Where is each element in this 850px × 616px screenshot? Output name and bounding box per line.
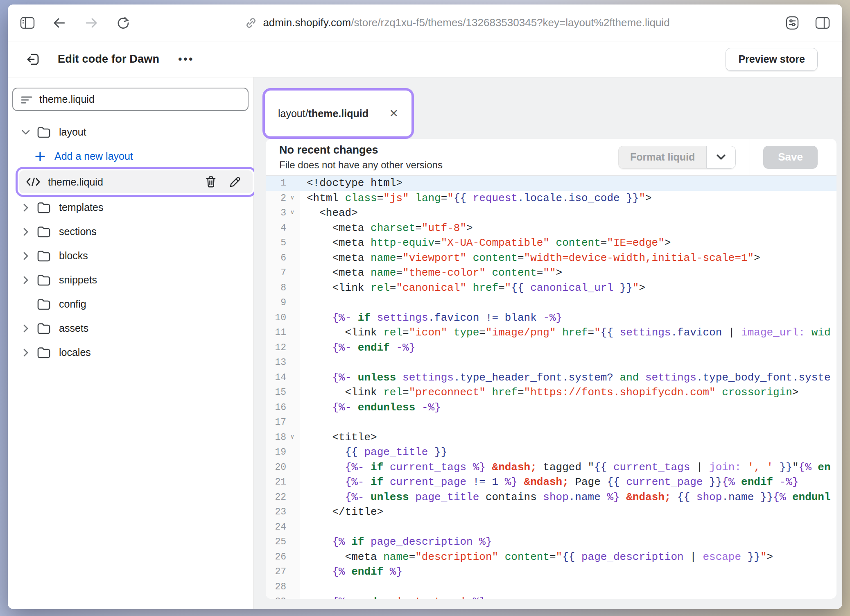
back-icon[interactable] xyxy=(53,17,66,29)
code-line[interactable]: 9 xyxy=(266,295,836,310)
code-text[interactable]: {% render 'meta-tags' %} xyxy=(300,594,836,599)
more-actions-icon[interactable]: ••• xyxy=(178,53,194,66)
save-button[interactable]: Save xyxy=(763,146,818,169)
code-line[interactable]: 21 {%- if current_page != 1 %} &ndash; P… xyxy=(266,475,836,490)
file-search-box[interactable] xyxy=(12,88,249,111)
code-line[interactable]: 3∨ <head> xyxy=(266,206,836,221)
sidebar-toggle-icon[interactable] xyxy=(20,17,35,29)
page-settings-icon[interactable] xyxy=(785,16,800,30)
chevron-right-icon[interactable] xyxy=(20,203,32,212)
code-text[interactable] xyxy=(300,580,836,595)
reload-icon[interactable] xyxy=(117,16,130,29)
code-text[interactable]: {%- endif -%} xyxy=(300,340,836,356)
add-new-layout-button[interactable]: Add a new layout xyxy=(8,144,253,168)
code-text[interactable]: <html class="js" lang="{{ request.locale… xyxy=(300,191,836,206)
code-text[interactable]: {% endif %} xyxy=(300,564,836,580)
code-text[interactable] xyxy=(300,355,836,370)
code-text[interactable]: <meta charset="utf-8"> xyxy=(300,221,836,236)
sidebar-item-locales[interactable]: locales xyxy=(8,340,253,365)
code-line[interactable]: 23 </title> xyxy=(266,505,836,520)
preview-store-button[interactable]: Preview store xyxy=(726,48,818,71)
code-text[interactable]: <link rel="icon" type="image/png" href="… xyxy=(300,325,836,340)
code-line[interactable]: 29 {% render 'meta-tags' %} xyxy=(266,594,836,599)
code-line[interactable]: 11 <link rel="icon" type="image/png" hre… xyxy=(266,325,836,340)
code-text[interactable]: <title> xyxy=(300,430,836,445)
code-text[interactable]: <link rel="canonical" href="{{ canonical… xyxy=(300,281,836,296)
edit-icon[interactable] xyxy=(229,176,241,188)
code-text[interactable]: {% if page_description %} xyxy=(300,534,836,550)
open-file-tab[interactable]: layout/theme.liquid ✕ xyxy=(262,88,414,139)
code-line[interactable]: 13 xyxy=(266,355,836,370)
address-bar[interactable]: admin.shopify.com/store/rzq1xu-f5/themes… xyxy=(130,16,785,29)
code-line[interactable]: 17 xyxy=(266,415,836,430)
code-text[interactable]: <meta name="viewport" content="width=dev… xyxy=(300,251,836,266)
code-text[interactable] xyxy=(300,520,836,535)
close-icon[interactable]: ✕ xyxy=(389,108,398,119)
code-line[interactable]: 16 {%- endunless -%} xyxy=(266,400,836,415)
code-line[interactable]: 27 {% endif %} xyxy=(266,564,836,580)
code-text[interactable]: {%- if current_page != 1 %} &ndash; Page… xyxy=(300,475,836,490)
code-text[interactable]: {%- unless settings.type_header_font.sys… xyxy=(300,370,836,385)
code-text[interactable]: </title> xyxy=(300,505,836,520)
panel-toggle-icon[interactable] xyxy=(815,17,830,29)
code-text[interactable]: <!doctype html> xyxy=(300,176,836,191)
code-line[interactable]: 4 <meta charset="utf-8"> xyxy=(266,221,836,236)
sidebar-item-snippets[interactable]: snippets xyxy=(8,268,253,292)
chevron-right-icon[interactable] xyxy=(20,276,32,285)
sidebar-item-sections[interactable]: sections xyxy=(8,220,253,244)
code-line[interactable]: 24 xyxy=(266,520,836,535)
code-text[interactable]: {%- if current_tags %} &ndash; tagged "{… xyxy=(300,460,836,475)
chevron-down-icon[interactable] xyxy=(20,129,32,135)
sidebar-item-config[interactable]: config xyxy=(8,292,253,316)
sidebar-item-theme.liquid[interactable]: theme.liquid xyxy=(19,170,253,193)
code-line[interactable]: 26 <meta name="description" content="{{ … xyxy=(266,550,836,565)
code-editor[interactable]: 1<!doctype html>2∨<html class="js" lang=… xyxy=(266,176,836,599)
exit-icon[interactable] xyxy=(26,52,41,67)
fold-toggle-icon[interactable]: ∨ xyxy=(286,206,298,221)
chevron-right-icon[interactable] xyxy=(20,227,32,236)
fold-toggle-icon[interactable]: ∨ xyxy=(286,191,298,206)
code-line[interactable]: 28 xyxy=(266,580,836,595)
code-line[interactable]: 14 {%- unless settings.type_header_font.… xyxy=(266,370,836,385)
chevron-right-icon[interactable] xyxy=(20,348,32,357)
format-liquid-button[interactable]: Format liquid xyxy=(618,146,706,169)
code-line[interactable]: 19 {{ page_title }} xyxy=(266,445,836,460)
line-number: 20 xyxy=(266,460,286,475)
code-line[interactable]: 5 <meta http-equiv="X-UA-Compatible" con… xyxy=(266,236,836,251)
code-text[interactable]: {%- if settings.favicon != blank -%} xyxy=(300,310,836,326)
delete-icon[interactable] xyxy=(205,176,217,188)
code-line[interactable]: 18∨ <title> xyxy=(266,430,836,445)
code-line[interactable]: 22 {%- unless page_title contains shop.n… xyxy=(266,490,836,505)
code-text[interactable]: <meta name="description" content="{{ pag… xyxy=(300,550,836,565)
code-line[interactable]: 8 <link rel="canonical" href="{{ canonic… xyxy=(266,281,836,296)
code-line[interactable]: 2∨<html class="js" lang="{{ request.loca… xyxy=(266,191,836,206)
forward-icon[interactable] xyxy=(85,17,98,29)
code-text[interactable]: <meta name="theme-color" content=""> xyxy=(300,265,836,281)
code-line[interactable]: 1<!doctype html> xyxy=(266,176,836,191)
line-number: 14 xyxy=(266,370,286,385)
code-text[interactable]: <link rel="preconnect" href="https://fon… xyxy=(300,385,836,400)
code-line[interactable]: 15 <link rel="preconnect" href="https://… xyxy=(266,385,836,400)
search-input[interactable] xyxy=(39,93,240,105)
code-line[interactable]: 20 {%- if current_tags %} &ndash; tagged… xyxy=(266,460,836,475)
code-line[interactable]: 12 {%- endif -%} xyxy=(266,340,836,356)
chevron-right-icon[interactable] xyxy=(20,251,32,260)
code-line[interactable]: 7 <meta name="theme-color" content=""> xyxy=(266,265,836,281)
sidebar-item-assets[interactable]: assets xyxy=(8,316,253,340)
chevron-right-icon[interactable] xyxy=(20,324,32,333)
code-text[interactable]: <head> xyxy=(300,206,836,221)
code-text[interactable]: {%- endunless -%} xyxy=(300,400,836,415)
code-line[interactable]: 10 {%- if settings.favicon != blank -%} xyxy=(266,310,836,326)
code-line[interactable]: 6 <meta name="viewport" content="width=d… xyxy=(266,251,836,266)
sidebar-item-templates[interactable]: templates xyxy=(8,195,253,220)
fold-toggle-icon[interactable]: ∨ xyxy=(286,430,298,445)
code-text[interactable] xyxy=(300,295,836,310)
code-text[interactable]: {{ page_title }} xyxy=(300,445,836,460)
code-text[interactable]: <meta http-equiv="X-UA-Compatible" conte… xyxy=(300,236,836,251)
code-line[interactable]: 25 {% if page_description %} xyxy=(266,534,836,550)
sidebar-item-layout[interactable]: layout xyxy=(8,120,253,144)
sidebar-item-blocks[interactable]: blocks xyxy=(8,244,253,268)
code-text[interactable]: {%- unless page_title contains shop.name… xyxy=(300,490,836,505)
format-options-button[interactable] xyxy=(706,146,736,169)
code-text[interactable] xyxy=(300,415,836,430)
